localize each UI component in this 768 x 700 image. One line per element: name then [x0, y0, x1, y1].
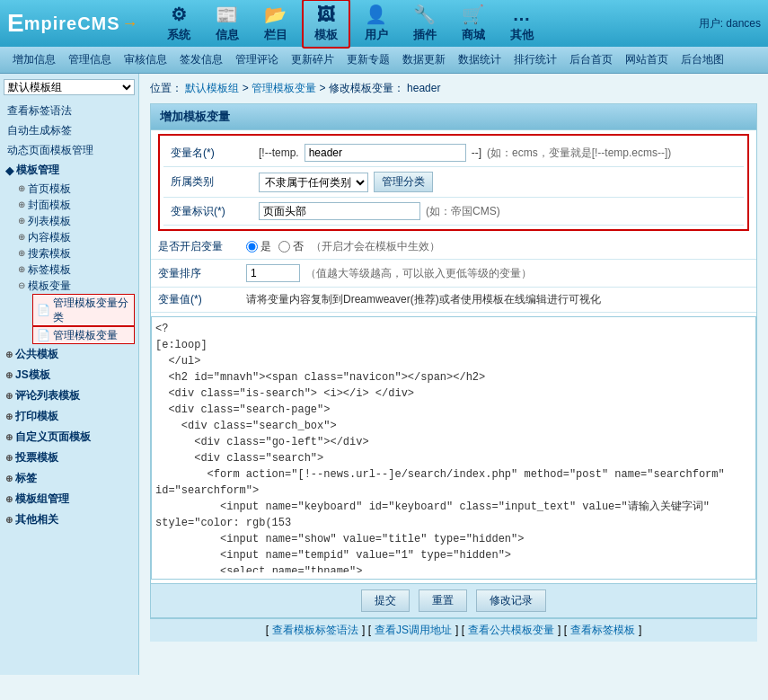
plus-icon-comment: ⊕ [5, 391, 13, 401]
sidebar-item-tag-template[interactable]: ⊕标签模板 [14, 261, 135, 278]
sidebar-item-search-template[interactable]: ⊕搜索模板 [14, 245, 135, 261]
file-icon-category: 📄 [37, 303, 50, 317]
reset-button[interactable]: 重置 [419, 589, 467, 612]
toolbar-data-stats[interactable]: 数据统计 [453, 50, 507, 69]
toolbar-update-topic[interactable]: 更新专题 [341, 50, 395, 69]
toolbar-add-info[interactable]: 增加信息 [7, 50, 61, 69]
nav-item-other[interactable]: … 其他 [499, 1, 544, 47]
footer-link-public-var[interactable]: 查看公共模板变量 [468, 624, 554, 636]
toolbar-data-update[interactable]: 数据更新 [397, 50, 451, 69]
nav-item-info[interactable]: 📰 信息 [205, 0, 250, 47]
nav-label-plugin: 插件 [413, 27, 437, 43]
sidebar-item-manage-var-category[interactable]: 📄管理模板变量分类 [32, 294, 135, 326]
sidebar-item-dynamic-template[interactable]: 动态页面模板管理 [4, 140, 135, 160]
toolbar-issue-info[interactable]: 签发信息 [174, 50, 228, 69]
toolbar-manage-info[interactable]: 管理信息 [63, 50, 117, 69]
toolbar-site-home[interactable]: 网站首页 [620, 50, 674, 69]
toolbar-manage-comment[interactable]: 管理评论 [230, 50, 284, 69]
form-row-varname: 变量名(*) [!--temp. --] (如：ecms，变量就是[!--tem… [163, 139, 744, 167]
footer-link-js-url[interactable]: 查看JS调用地址 [375, 624, 452, 636]
sidebar-item-template-var[interactable]: ⊖模板变量 [14, 278, 135, 294]
sidebar-section-template-label: 模板管理 [16, 163, 59, 178]
varname-prefix: [!--temp. [259, 146, 299, 159]
nav-item-system[interactable]: ⚙ 系统 [156, 0, 201, 47]
sidebar-section-template-manage[interactable]: ◆ 模板管理 [4, 160, 135, 181]
shop-icon: 🛒 [462, 4, 484, 25]
sidebar-section-print-template[interactable]: ⊕打印模板 [4, 406, 135, 427]
submit-button[interactable]: 提交 [361, 589, 410, 612]
radio-no-text: 否 [293, 239, 304, 254]
sortorder-input[interactable] [246, 264, 300, 282]
varname-suffix: --] [472, 146, 481, 159]
sidebar-item-manage-var[interactable]: 📄管理模板变量 [32, 326, 135, 344]
sidebar-item-tag-syntax[interactable]: 查看标签语法 [4, 101, 135, 120]
toolbar-update-fragment[interactable]: 更新碎片 [286, 50, 340, 69]
sidebar-section-other-related[interactable]: ⊕其他相关 [4, 509, 135, 530]
plus-icon-group: ⊕ [5, 494, 13, 504]
form-card: 增加模板变量 变量名(*) [!--temp. --] (如：ecms，变量就是… [150, 103, 757, 618]
radio-yes[interactable] [246, 241, 258, 253]
nav-item-plugin[interactable]: 🔧 插件 [402, 0, 447, 47]
code-area: <? [e:loop] </ul> <h2 id="mnavh"><span c… [151, 316, 756, 580]
code-textarea[interactable]: <? [e:loop] </ul> <h2 id="mnavh"><span c… [155, 321, 752, 572]
varname-input[interactable] [305, 144, 466, 162]
breadcrumb-prefix: 位置： [150, 82, 182, 94]
toolbar-rank-stats[interactable]: 排行统计 [508, 50, 562, 69]
radio-yes-text: 是 [260, 239, 271, 254]
file-icon-var: 📄 [37, 328, 50, 342]
system-icon: ⚙ [171, 4, 187, 25]
form-bottom-actions: 提交 重置 修改记录 [151, 583, 756, 617]
diamond-icon: ◆ [5, 164, 13, 177]
enable-hint: （开启才会在模板中生效） [311, 239, 440, 254]
sidebar-item-auto-gen-tag[interactable]: 自动生成标签 [4, 120, 135, 140]
varname-hint: (如：ecms，变量就是[!--temp.ecms--]) [487, 146, 671, 161]
nav-item-shop[interactable]: 🛒 商城 [451, 0, 496, 47]
sidebar-section-tagword[interactable]: ⊕标签 [4, 468, 135, 489]
sidebar-sub-template: ⊕首页模板 ⊕封面模板 ⊕列表模板 ⊕内容模板 ⊕搜索模板 ⊕标签模板 ⊖模板变… [4, 181, 135, 344]
breadcrumb-group[interactable]: 默认模板组 [185, 82, 239, 94]
toolbar-audit-info[interactable]: 审核信息 [119, 50, 172, 69]
sidebar-section-template-group[interactable]: ⊕模板组管理 [4, 489, 135, 509]
footer-link-tag-syntax[interactable]: 查看模板标签语法 [272, 624, 358, 636]
sidebar-section-js-template[interactable]: ⊕JS模板 [4, 365, 135, 385]
logo-e: E [7, 9, 24, 38]
plus-icon-search: ⊕ [18, 246, 25, 261]
sidebar-item-list-template[interactable]: ⊕列表模板 [14, 213, 135, 229]
radio-yes-label[interactable]: 是 [246, 239, 271, 254]
radio-no[interactable] [278, 241, 290, 253]
sidebar-section-custom-page[interactable]: ⊕自定义页面模板 [4, 427, 135, 447]
sidebar-item-content-template[interactable]: ⊕内容模板 [14, 229, 135, 245]
toolbar-admin-map[interactable]: 后台地图 [675, 50, 729, 69]
nav-label-column: 栏目 [264, 27, 287, 43]
breadcrumb-sep2: > [319, 82, 328, 94]
varident-input[interactable] [259, 202, 420, 220]
nav-item-template[interactable]: 🖼 模板 [302, 0, 350, 49]
field-varident: (如：帝国CMS) [259, 202, 737, 220]
category-select[interactable]: 不隶属于任何类别 [259, 173, 368, 192]
footer-links: [查看模板标签语法] [查看JS调用地址] [查看公共模板变量] [查看标签模板… [150, 618, 757, 642]
sidebar-group-select[interactable]: 默认模板组 [4, 79, 135, 95]
radio-no-label[interactable]: 否 [278, 239, 304, 254]
footer-link-tag-template[interactable]: 查看标签模板 [570, 624, 635, 636]
form-row-varident: 变量标识(*) (如：帝国CMS) [163, 198, 744, 226]
breadcrumb: 位置： 默认模板组 > 管理模板变量 > 修改模板变量： header [150, 81, 757, 96]
sidebar-section-public-template[interactable]: ⊕公共模板 [4, 344, 135, 365]
breadcrumb-manage-var[interactable]: 管理模板变量 [252, 82, 316, 94]
nav-label-info: 信息 [216, 27, 239, 43]
toolbar-admin-home[interactable]: 后台首页 [564, 50, 618, 69]
main-layout: 默认模板组 查看标签语法 自动生成标签 动态页面模板管理 ◆ 模板管理 ⊕首页模… [0, 74, 768, 675]
log-button[interactable]: 修改记录 [476, 589, 546, 612]
user-icon: 👤 [365, 4, 387, 25]
manage-category-btn[interactable]: 管理分类 [374, 172, 433, 192]
nav-item-user[interactable]: 👤 用户 [354, 0, 399, 47]
sidebar-section-vote-template[interactable]: ⊕投票模板 [4, 447, 135, 468]
form-row-varvalue: 变量值(*) 请将变量内容复制到Dreamweaver(推荐)或者使用模板在线编… [151, 288, 756, 313]
nav-item-column[interactable]: 📂 栏目 [253, 0, 298, 47]
sidebar-item-home-template[interactable]: ⊕首页模板 [14, 181, 135, 197]
plus-icon-home: ⊕ [18, 182, 25, 196]
info-icon: 📰 [216, 4, 238, 25]
sidebar-section-comment-list[interactable]: ⊕评论列表模板 [4, 385, 135, 406]
sidebar-item-cover-template[interactable]: ⊕封面模板 [14, 197, 135, 213]
nav-label-shop: 商城 [462, 27, 485, 43]
field-varvalue-hint: 请将变量内容复制到Dreamweaver(推荐)或者使用模板在线编辑进行可视化 [246, 292, 749, 307]
